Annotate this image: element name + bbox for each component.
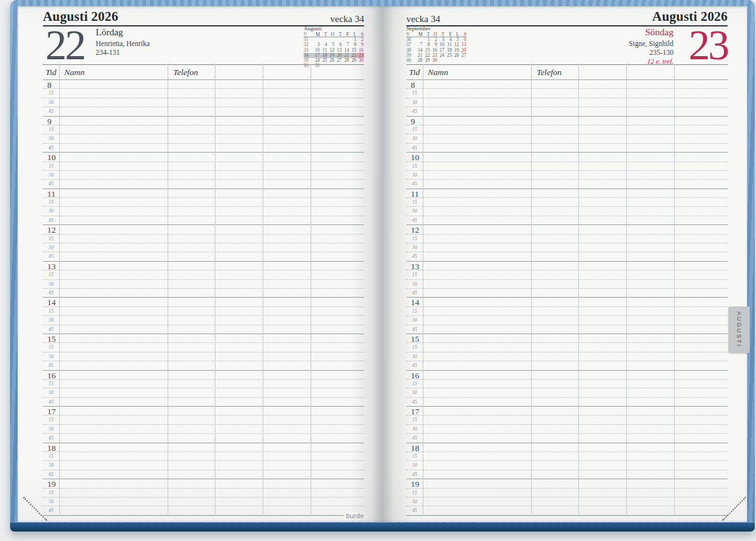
hour-row: 12: [406, 224, 728, 233]
hour-row: 18: [43, 443, 364, 451]
quarter-row: 30: [43, 243, 364, 252]
day-of-year: 234-131: [96, 48, 150, 57]
quarter-row: 45: [43, 288, 364, 297]
mini-cal-day: 26: [452, 53, 460, 58]
quarter-row: 45: [406, 325, 728, 334]
quarter-row: 45: [406, 288, 728, 297]
mini-cal-week-col-header: V: [304, 32, 313, 37]
quarter-row: 30: [406, 279, 728, 288]
day-info: Lördag Henrietta, Henrika 234-131: [96, 27, 150, 57]
quarter-row: 15: [43, 197, 364, 206]
mini-cal-day-header: L: [452, 32, 460, 37]
quarter-label: 45: [49, 108, 54, 114]
column-divider: [215, 64, 215, 516]
quarter-label: 30: [49, 426, 54, 432]
mini-cal-day: 26: [328, 58, 335, 63]
quarter-row: 30: [43, 388, 364, 397]
mini-cal-day-header: S: [459, 32, 467, 37]
quarter-row: 15: [406, 88, 728, 97]
quarter-label: 45: [49, 145, 54, 151]
quarter-row: 45: [406, 179, 728, 188]
quarter-row: 30: [406, 134, 728, 143]
quarter-row: 15: [43, 488, 364, 497]
quarter-row: 15: [43, 342, 364, 351]
hour-row: 12: [43, 224, 364, 233]
schedule-grid: TidNamnTelefon81530459153045101530451115…: [406, 64, 728, 516]
quarter-label: 45: [49, 363, 54, 368]
quarter-row: 30: [406, 243, 728, 252]
hour-row: 14: [43, 297, 364, 306]
quarter-label: 15: [49, 308, 54, 314]
hour-row: 17: [43, 406, 364, 415]
quarter-label: 30: [49, 172, 54, 178]
left-page: Augusti 2026 vecka 34 22 Lördag Henriett…: [18, 6, 382, 522]
quarter-row: 15: [406, 197, 728, 206]
quarter-label: 45: [49, 472, 54, 477]
quarter-row: 15: [43, 161, 364, 170]
mini-cal-day: [452, 58, 460, 63]
quarter-label: 30: [49, 354, 54, 359]
quarter-row: 45: [43, 107, 364, 115]
hour-row: 9: [43, 116, 364, 125]
quarter-label: 45: [49, 327, 54, 332]
quarter-row: 15: [43, 125, 364, 134]
left-day-block: 22 Lördag Henrietta, Henrika 234-131 Aug…: [43, 25, 364, 64]
name-days: Henrietta, Henrika: [96, 39, 150, 48]
mini-cal-day-header: F: [445, 32, 452, 37]
quarter-label: 15: [49, 272, 54, 277]
quarter-label: 15: [49, 236, 54, 241]
column-divider: [626, 64, 627, 516]
month-tab-label: AUGUSTI: [736, 311, 742, 348]
col-header-namn: Namn: [428, 67, 448, 78]
quarter-label: 30: [49, 208, 54, 214]
quarter-row: 30: [43, 315, 364, 324]
schedule-body: 8153045915304510153045111530451215304513…: [43, 79, 364, 516]
quarter-row: 15: [406, 451, 728, 460]
hour-label: 17: [47, 407, 56, 416]
left-page-header: Augusti 2026 vecka 34: [43, 10, 364, 26]
mini-cal-week-row: 40282930: [406, 58, 467, 63]
schedule-body: 8153045915304510153045111530451215304513…: [406, 79, 728, 516]
mini-cal-day: 27: [459, 53, 467, 58]
quarter-row: 30: [406, 98, 728, 107]
quarter-row: 30: [43, 134, 364, 143]
mini-cal-day: [459, 58, 467, 63]
quarter-row: 45: [43, 433, 364, 442]
hour-label: 8: [47, 81, 52, 89]
column-divider: [59, 64, 60, 516]
quarter-label: 30: [49, 100, 54, 105]
hour-row: 10: [43, 152, 364, 161]
quarter-label: 15: [49, 127, 54, 132]
quarter-row: 30: [406, 388, 728, 397]
quarter-label: 45: [49, 181, 54, 187]
quarter-label: 45: [49, 435, 54, 441]
quarter-label: 15: [49, 417, 54, 422]
day-of-year: 235-130: [629, 48, 673, 57]
hour-row: 17: [406, 406, 728, 415]
quarter-label: 30: [49, 245, 54, 250]
mini-calendar: SeptemberVMTOTFLS36123456377891011121338…: [406, 25, 467, 63]
quarter-label: 30: [49, 317, 54, 323]
quarter-row: 45: [43, 216, 364, 224]
quarter-row: 45: [43, 470, 364, 479]
quarter-row: 30: [406, 424, 728, 433]
quarter-row: 45: [406, 143, 728, 152]
quarter-row: 15: [43, 415, 364, 424]
quarter-row: 15: [43, 270, 364, 279]
mini-cal-day: 27: [335, 58, 343, 63]
hour-label: 11: [47, 190, 55, 198]
quarter-label: 45: [49, 508, 54, 513]
quarter-row: 45: [43, 397, 364, 406]
quarter-row: 45: [406, 216, 728, 224]
col-header-telefon: Telefon: [173, 67, 198, 78]
col-header-namn: Namn: [64, 67, 84, 78]
quarter-label: 15: [49, 381, 54, 387]
page-spread: Augusti 2026 vecka 34 22 Lördag Henriett…: [18, 6, 747, 522]
mini-cal-day-header: T: [321, 32, 328, 37]
quarter-row: 30: [43, 98, 364, 107]
quarter-row: 30: [406, 460, 728, 469]
right-day-block: SeptemberVMTOTFLS36123456377891011121338…: [406, 25, 728, 64]
hour-label: 16: [47, 371, 56, 380]
hour-row: 10: [406, 152, 728, 161]
mini-cal-day-header: M: [416, 32, 423, 37]
